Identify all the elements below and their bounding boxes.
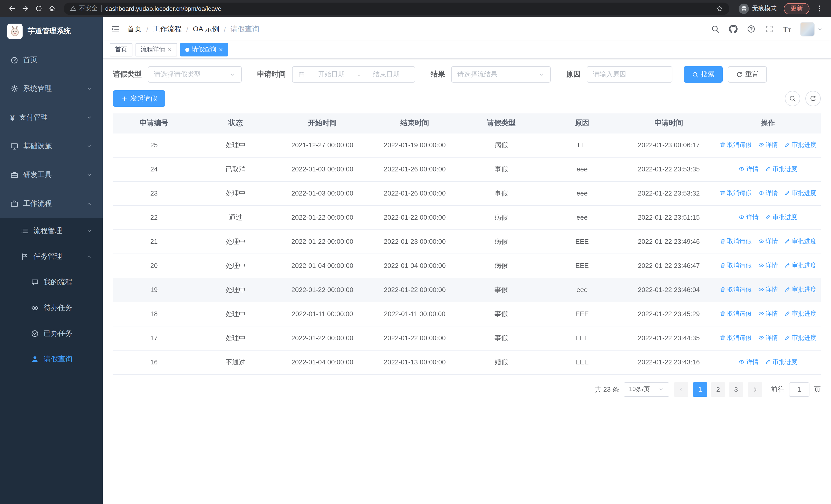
sidebar-top-section: 芋道管理系统 首页系统管理¥支付管理基础设施研发工具工作流程: [0, 17, 103, 218]
tab-process-detail[interactable]: 流程详情×: [136, 43, 177, 56]
table-row: 19处理中2022-01-22 00:00:002022-01-22 00:00…: [113, 278, 821, 302]
action-detail-link[interactable]: 详情: [739, 213, 758, 222]
security-warning-label: 不安全: [79, 4, 97, 13]
sidebar-item-done-tasks[interactable]: 已办任务: [0, 321, 103, 347]
action-detail-link[interactable]: 详情: [758, 309, 778, 318]
bookmark-star-icon[interactable]: [716, 5, 723, 12]
sidebar-item-leave-query[interactable]: 请假查询: [0, 347, 103, 372]
action-cancel-link[interactable]: 取消请假: [719, 309, 752, 318]
total-count: 共 23 条: [595, 385, 619, 394]
action-detail-link[interactable]: 详情: [758, 334, 778, 342]
action-detail-link[interactable]: 详情: [739, 358, 758, 366]
action-cancel-link[interactable]: 取消请假: [719, 237, 752, 246]
tab-close-icon[interactable]: ×: [219, 46, 223, 53]
action-progress-link[interactable]: 审批进度: [784, 334, 816, 342]
result-placeholder: 请选择流结果: [457, 70, 497, 79]
sidebar-toggle-button[interactable]: [111, 24, 120, 34]
goto-page-input[interactable]: [789, 382, 809, 396]
breadcrumb-item[interactable]: OA 示例: [193, 24, 220, 34]
flag-icon: [21, 253, 29, 261]
tab-close-icon[interactable]: ×: [168, 46, 172, 53]
tab-label: 流程详情: [141, 45, 165, 54]
help-icon[interactable]: [747, 25, 756, 33]
address-bar[interactable]: 不安全 dashboard.yudao.iocoder.cn/bpm/oa/le…: [64, 2, 729, 14]
security-indicator[interactable]: 不安全: [70, 4, 97, 13]
header-search-icon[interactable]: [711, 25, 720, 33]
omnibox-divider: [101, 5, 102, 12]
action-progress-link[interactable]: 审批进度: [765, 213, 797, 222]
app-logo[interactable]: 芋道管理系统: [0, 17, 103, 46]
sidebar-item-my-process[interactable]: 我的流程: [0, 269, 103, 295]
user-menu[interactable]: [800, 22, 823, 36]
breadcrumb-item[interactable]: 工作流程: [153, 24, 182, 34]
cell-actions: 取消请假详情审批进度: [715, 278, 821, 302]
sidebar-item-task-management[interactable]: 任务管理: [0, 244, 103, 269]
action-progress-link[interactable]: 审批进度: [784, 285, 816, 294]
action-progress-link[interactable]: 审批进度: [784, 261, 816, 270]
prev-page-button[interactable]: [674, 382, 688, 396]
sidebar-item-workflow[interactable]: 工作流程: [0, 189, 103, 218]
fullscreen-icon[interactable]: [765, 25, 774, 33]
browser-menu-button[interactable]: [812, 2, 826, 15]
reset-button[interactable]: 重置: [728, 66, 767, 83]
browser-reload-button[interactable]: [32, 2, 45, 15]
create-leave-button[interactable]: 发起请假: [113, 90, 165, 107]
action-detail-link[interactable]: 详情: [758, 189, 778, 198]
search-form: 请假类型 请选择请假类型 申请时间 开始日期 - 结束日期: [113, 66, 821, 83]
action-cancel-link[interactable]: 取消请假: [719, 189, 752, 198]
action-progress-link[interactable]: 审批进度: [784, 309, 816, 318]
page-button-2[interactable]: 2: [711, 382, 725, 396]
action-detail-link[interactable]: 详情: [758, 261, 778, 270]
browser-forward-button[interactable]: [19, 2, 32, 15]
apply-time-range-picker[interactable]: 开始日期 - 结束日期: [292, 66, 415, 83]
browser-update-button[interactable]: 更新: [784, 3, 809, 14]
cell-reason: EEE: [542, 350, 623, 374]
leave-type-select[interactable]: 请选择请假类型: [148, 66, 242, 83]
page-button-3[interactable]: 3: [729, 382, 743, 396]
breadcrumb-item[interactable]: 首页: [127, 24, 142, 34]
action-detail-link[interactable]: 详情: [739, 165, 758, 174]
page-button-1[interactable]: 1: [693, 382, 707, 396]
font-size-icon[interactable]: TT: [783, 25, 791, 33]
action-cancel-link[interactable]: 取消请假: [719, 261, 752, 270]
chevron-down-icon: [658, 386, 664, 392]
page-size-select[interactable]: 10条/页: [624, 382, 669, 396]
cell-status: 处理中: [195, 302, 276, 326]
browser-home-button[interactable]: [45, 2, 58, 15]
search-button[interactable]: 搜索: [684, 66, 723, 83]
reason-input[interactable]: 请输入原因: [587, 66, 672, 83]
cell-id: 18: [113, 302, 195, 326]
sidebar-item-devtools[interactable]: 研发工具: [0, 161, 103, 189]
tab-home[interactable]: 首页: [110, 43, 133, 56]
toggle-search-button[interactable]: [785, 91, 800, 106]
action-cancel-link[interactable]: 取消请假: [719, 285, 752, 294]
column-header: 原因: [542, 113, 623, 133]
column-header: 申请编号: [113, 113, 195, 133]
sidebar-item-infrastructure[interactable]: 基础设施: [0, 132, 103, 161]
action-progress-link[interactable]: 审批进度: [765, 358, 797, 366]
action-progress-link[interactable]: 审批进度: [784, 237, 816, 246]
avatar[interactable]: [800, 22, 814, 36]
github-icon[interactable]: [729, 25, 738, 33]
action-cancel-link[interactable]: 取消请假: [719, 334, 752, 342]
action-detail-link[interactable]: 详情: [758, 285, 778, 294]
cell-status: 处理中: [195, 181, 276, 205]
sidebar-item-home[interactable]: 首页: [0, 46, 103, 75]
refresh-table-button[interactable]: [805, 91, 821, 106]
eye-icon: [31, 304, 39, 312]
sidebar-item-process-management[interactable]: 流程管理: [0, 218, 103, 244]
next-page-button[interactable]: [748, 382, 762, 396]
action-progress-link[interactable]: 审批进度: [784, 189, 816, 198]
result-select[interactable]: 请选择流结果: [451, 66, 551, 83]
sidebar-item-todo-tasks[interactable]: 待办任务: [0, 295, 103, 321]
action-detail-link[interactable]: 详情: [758, 237, 778, 246]
tab-leave-query[interactable]: 请假查询×: [180, 43, 228, 56]
cell-start: 2022-01-04 00:00:00: [276, 254, 369, 278]
action-detail-link[interactable]: 详情: [758, 141, 778, 149]
browser-back-button[interactable]: [5, 2, 19, 15]
sidebar-item-system[interactable]: 系统管理: [0, 75, 103, 103]
action-cancel-link[interactable]: 取消请假: [719, 141, 752, 149]
sidebar-item-payment[interactable]: ¥支付管理: [0, 103, 103, 132]
action-progress-link[interactable]: 审批进度: [784, 141, 816, 149]
action-progress-link[interactable]: 审批进度: [765, 165, 797, 174]
